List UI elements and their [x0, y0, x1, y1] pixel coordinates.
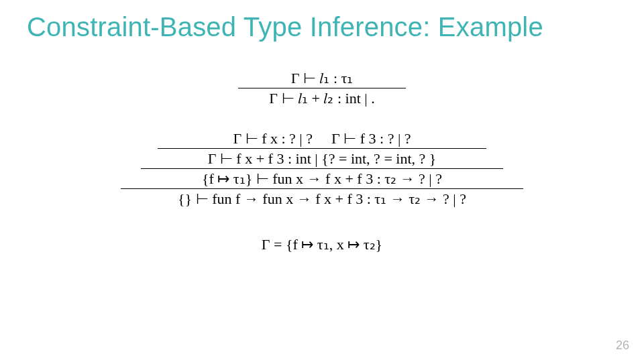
rule-line: [141, 168, 503, 169]
gamma-definition: Γ = {f ↦ τ₁, x ↦ τ₂}: [262, 236, 382, 253]
rule-conclusion: Γ ⊢ 𝑙₁ + 𝑙₂ : int | .: [238, 90, 406, 107]
rule-line: [158, 148, 486, 149]
rule-line: [238, 88, 406, 88]
premise-fx: Γ ⊢ f x : ? | ?: [233, 130, 313, 147]
rule-fun-f: {} ⊢ fun f → fun x → f x + f 3 : τ₁ → τ₂…: [121, 190, 523, 208]
rule-line: [121, 188, 523, 189]
premise-f3: Γ ⊢ f 3 : ? | ?: [331, 130, 411, 147]
slide-body: Γ ⊢ 𝑙₁ : τ₁ Γ ⊢ 𝑙₁ + 𝑙₂ : int | . Γ ⊢ f …: [0, 67, 644, 335]
derivation-literal-rule: Γ ⊢ 𝑙₁ : τ₁ Γ ⊢ 𝑙₁ + 𝑙₂ : int | .: [238, 70, 406, 107]
page-number: 26: [616, 339, 629, 353]
derivation-main: Γ ⊢ f x : ? | ? Γ ⊢ f 3 : ? | ? Γ ⊢ f x …: [121, 130, 523, 208]
rule-fun-x: {f ↦ τ₁} ⊢ fun x → f x + f 3 : τ₂ → ? | …: [121, 170, 523, 188]
rule-top-premises: Γ ⊢ f x : ? | ? Γ ⊢ f 3 : ? | ?: [121, 130, 523, 147]
rule-sum: Γ ⊢ f x + f 3 : int | {? = int, ? = int,…: [121, 150, 523, 168]
rule-premise: Γ ⊢ 𝑙₁ : τ₁: [238, 70, 406, 87]
slide-title: Constraint-Based Type Inference: Example: [27, 12, 617, 42]
